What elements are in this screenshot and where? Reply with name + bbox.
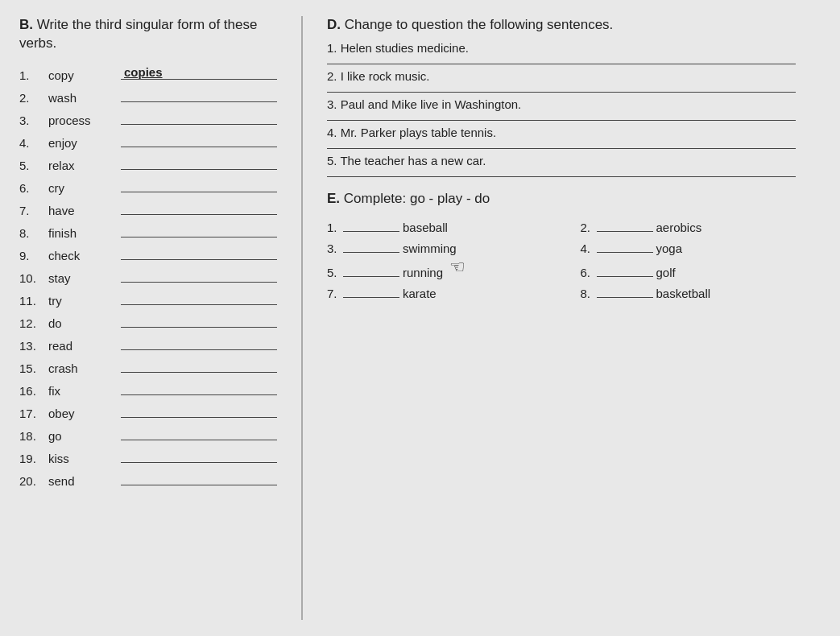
question-answer-line	[327, 113, 796, 121]
section-e-items: 1.baseball2.aerobics3.swimming4.yoga5.ru…	[327, 215, 821, 300]
verb-answer-line	[121, 349, 277, 350]
verb-answer-line	[121, 417, 277, 418]
verb-answer-line	[121, 101, 277, 102]
verb-number: 12.	[19, 316, 48, 330]
complete-row: 5.running☜	[327, 257, 568, 279]
verb-word: process	[48, 114, 121, 127]
complete-row: 2.aerobics	[581, 215, 821, 234]
verb-number: 9.	[19, 249, 48, 262]
verb-row: 1.copycopies	[19, 61, 277, 82]
verb-answer-line	[121, 440, 277, 440]
verb-number: 10.	[19, 271, 48, 285]
verb-word: kiss	[48, 452, 121, 465]
question-answer-line	[327, 169, 796, 177]
page: B. Write the third singular form of thes…	[0, 0, 840, 636]
question-text: 4. Mr. Parker plays table tennis.	[327, 126, 821, 139]
section-b-title: B. Write the third singular form of thes…	[19, 16, 277, 53]
verb-list: 1.copycopies2.wash3.process4.enjoy5.rela…	[19, 61, 277, 488]
verb-answer-line	[121, 214, 277, 215]
verb-number: 15.	[19, 361, 48, 375]
verb-word: crash	[48, 361, 121, 375]
verb-number: 20.	[19, 474, 48, 488]
verb-word: cry	[48, 181, 121, 195]
complete-blank	[597, 252, 653, 253]
question-text: 3. Paul and Mike live in Washington.	[327, 97, 821, 111]
question-row: 1. Helen studies medicine.	[327, 41, 821, 64]
complete-blank	[343, 231, 399, 232]
verb-row: 16.fix	[19, 377, 277, 398]
question-answer-line	[327, 141, 796, 149]
verb-row: 13.read	[19, 332, 277, 353]
verb-answer-line: copies	[121, 65, 277, 80]
verb-word: enjoy	[48, 136, 121, 150]
complete-sport: basketball	[656, 287, 711, 300]
complete-row: 8.basketball	[581, 281, 821, 300]
verb-word: finish	[48, 226, 121, 240]
verb-word: try	[48, 294, 121, 308]
complete-num: 7.	[327, 287, 343, 300]
question-text: 5. The teacher has a new car.	[327, 154, 821, 167]
question-row: 3. Paul and Mike live in Washington.	[327, 97, 821, 121]
complete-num: 8.	[581, 287, 597, 300]
verb-answer-line	[121, 192, 277, 192]
verb-row: 9.check	[19, 242, 277, 262]
right-column: D. Change to question the following sent…	[311, 16, 821, 620]
verb-row: 5.relax	[19, 151, 277, 172]
question-text: 1. Helen studies medicine.	[327, 41, 821, 55]
verb-number: 17.	[19, 407, 48, 420]
complete-num: 1.	[327, 221, 343, 234]
complete-num: 5.	[327, 266, 343, 279]
verb-number: 5.	[19, 159, 48, 172]
verb-row: 19.kiss	[19, 444, 277, 465]
question-row: 2. I like rock music.	[327, 69, 821, 93]
section-d-title: D. Change to question the following sent…	[327, 16, 821, 35]
complete-num: 6.	[581, 266, 597, 279]
verb-row: 4.enjoy	[19, 129, 277, 150]
complete-sport: running	[403, 266, 443, 279]
verb-number: 1.	[19, 68, 48, 82]
verb-word: send	[48, 474, 121, 488]
hand-icon: ☜	[449, 257, 466, 278]
verb-word: wash	[48, 91, 121, 105]
verb-answer-line	[121, 462, 277, 463]
verb-number: 4.	[19, 136, 48, 150]
verb-answer-line	[121, 147, 277, 147]
complete-sport: aerobics	[656, 221, 702, 234]
complete-sport: karate	[403, 287, 437, 300]
verb-answer-line	[121, 282, 277, 283]
complete-row: 1.baseball	[327, 215, 568, 234]
verb-row: 6.cry	[19, 174, 277, 195]
question-row: 5. The teacher has a new car.	[327, 154, 821, 177]
verb-row: 8.finish	[19, 219, 277, 240]
verb-number: 18.	[19, 429, 48, 443]
complete-sport: baseball	[403, 221, 448, 234]
verb-number: 6.	[19, 181, 48, 195]
complete-num: 2.	[581, 221, 597, 234]
verb-row: 17.obey	[19, 399, 277, 420]
verb-row: 20.send	[19, 467, 277, 488]
verb-answer-line	[121, 237, 277, 237]
complete-row: 6.golf	[581, 257, 821, 279]
complete-blank	[343, 276, 399, 277]
complete-row: 3.swimming	[327, 236, 568, 255]
verb-word: read	[48, 339, 121, 353]
verb-answer-line	[121, 394, 277, 395]
verb-word: go	[48, 429, 121, 443]
verb-row: 11.try	[19, 287, 277, 308]
complete-blank	[597, 297, 653, 298]
vertical-divider	[301, 16, 303, 620]
verb-number: 2.	[19, 91, 48, 105]
verb-answer-line	[121, 169, 277, 170]
verb-number: 8.	[19, 226, 48, 240]
section-d-questions: 1. Helen studies medicine.2. I like rock…	[327, 41, 821, 177]
complete-sport: yoga	[656, 242, 683, 255]
verb-row: 7.have	[19, 196, 277, 217]
section-b: B. Write the third singular form of thes…	[19, 16, 293, 620]
verb-answer-line	[121, 327, 277, 328]
verb-number: 13.	[19, 339, 48, 353]
verb-row: 15.crash	[19, 354, 277, 375]
verb-row: 3.process	[19, 106, 277, 127]
complete-row: 4.yoga	[581, 236, 821, 255]
verb-word: have	[48, 204, 121, 217]
verb-word: relax	[48, 159, 121, 172]
